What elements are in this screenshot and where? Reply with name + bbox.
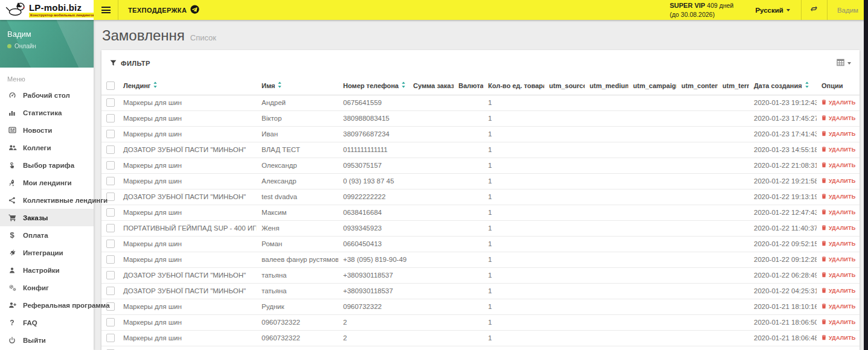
cell-utm_campaign (628, 110, 677, 126)
cell-sum (408, 346, 454, 350)
cell-qty: 1 (483, 142, 544, 158)
row-checkbox[interactable] (106, 224, 115, 232)
cell-options: УДАЛИТЬ (817, 142, 860, 158)
filter-button[interactable]: ФИЛЬТР (110, 60, 150, 68)
cell-landing: Маркеры для шин (118, 330, 257, 346)
cell-qty: 1 (483, 205, 544, 220)
person-plus-icon (7, 301, 17, 310)
cell-utm_source (544, 205, 585, 220)
sidebar-item-statistics[interactable]: Статистика (0, 104, 94, 121)
cell-qty: 1 (483, 173, 544, 189)
delete-label: УДАЛИТЬ (829, 147, 855, 153)
delete-button[interactable]: УДАЛИТЬ (821, 240, 855, 247)
column-header-created[interactable]: Дата создания (749, 77, 817, 95)
table-row: Маркеры для шинАндрей067564155912020-01-… (101, 95, 860, 110)
cell-currency (454, 126, 483, 142)
delete-button[interactable]: УДАЛИТЬ (821, 224, 855, 232)
row-checkbox[interactable] (106, 240, 115, 248)
sidebar-item-collective-landings[interactable]: Коллективные лендинги (0, 191, 94, 209)
cell-name: Роман (257, 236, 338, 252)
cell-utm_source (544, 95, 585, 110)
trash-icon (821, 303, 826, 310)
support-button[interactable]: ТЕХПОДДЕРЖКА (118, 0, 209, 20)
sidebar-item-integrations[interactable]: Интеграции (0, 244, 94, 261)
hamburger-menu-icon[interactable] (94, 0, 118, 20)
delete-button[interactable]: УДАЛИТЬ (821, 130, 855, 138)
delete-button[interactable]: УДАЛИТЬ (821, 193, 855, 200)
row-checkbox[interactable] (106, 255, 115, 264)
sidebar-item-tariff[interactable]: Выбор тарифа (0, 156, 94, 174)
sidebar-item-logout[interactable]: Выйти (0, 331, 94, 349)
sort-icon (401, 81, 406, 89)
cell-phone: +38 (095) 819-90-49 (338, 252, 408, 267)
column-header-phone[interactable]: Номер телефона (338, 77, 408, 95)
cell-utm_term (718, 173, 749, 189)
row-checkbox[interactable] (106, 177, 115, 185)
row-checkbox[interactable] (106, 130, 115, 138)
sidebar-item-settings[interactable]: Настройки (0, 261, 94, 279)
delete-button[interactable]: УДАЛИТЬ (821, 272, 855, 279)
row-checkbox[interactable] (106, 208, 115, 217)
delete-button[interactable]: УДАЛИТЬ (821, 334, 855, 342)
online-status-label: Онлайн (14, 43, 36, 49)
row-checkbox[interactable] (106, 271, 115, 279)
delete-button[interactable]: УДАЛИТЬ (821, 177, 855, 185)
refresh-button[interactable] (802, 0, 827, 20)
cell-qty: 1 (483, 189, 544, 205)
delete-button[interactable]: УДАЛИТЬ (821, 115, 855, 122)
language-selector[interactable]: Русский (744, 0, 800, 20)
select-all-checkbox[interactable] (106, 81, 115, 90)
columns-selector-button[interactable] (837, 58, 851, 69)
trash-icon (821, 115, 826, 122)
delete-button[interactable]: УДАЛИТЬ (821, 162, 855, 169)
row-checkbox[interactable] (106, 287, 115, 295)
sidebar-item-news[interactable]: Новости (0, 121, 94, 139)
rocket-icon (7, 179, 17, 187)
delete-button[interactable]: УДАЛИТЬ (821, 319, 855, 326)
sidebar-item-payment[interactable]: $Оплата (0, 226, 94, 244)
delete-button[interactable]: УДАЛИТЬ (821, 287, 855, 294)
chevron-down-icon (847, 62, 851, 65)
cell-sum (408, 220, 454, 236)
column-header-landing[interactable]: Лендинг (118, 77, 257, 95)
delete-button[interactable]: УДАЛИТЬ (821, 146, 855, 153)
vertical-scrollbar[interactable] (864, 0, 868, 350)
column-header-name[interactable]: Имя (257, 77, 338, 95)
power-icon (7, 336, 17, 345)
cell-currency (454, 267, 483, 283)
delete-button[interactable]: УДАЛИТЬ (821, 256, 855, 263)
row-checkbox[interactable] (106, 145, 115, 154)
cell-options: УДАЛИТЬ (817, 220, 860, 236)
cell-options: УДАЛИТЬ (817, 283, 860, 299)
sidebar-item-orders[interactable]: Заказы (0, 209, 94, 226)
cell-utm_campaign (628, 126, 677, 142)
row-checkbox[interactable] (106, 161, 115, 170)
delete-button[interactable]: УДАЛИТЬ (821, 99, 855, 106)
column-label: Валюта (458, 82, 483, 89)
sidebar-item-colleagues[interactable]: Коллеги (0, 139, 94, 156)
cell-utm_content (677, 330, 718, 346)
sidebar-item-referral[interactable]: Реферальная программа (0, 296, 94, 314)
cell-created: 2020-01-22 12:47:43 (749, 205, 817, 220)
user-menu[interactable]: Вадим (828, 0, 868, 20)
row-checkbox[interactable] (106, 318, 115, 326)
delete-button[interactable]: УДАЛИТЬ (821, 209, 855, 216)
sidebar-item-config[interactable]: Конфиг (0, 279, 94, 296)
sidebar-item-desktop[interactable]: Рабочий стол (0, 86, 94, 104)
row-checkbox[interactable] (106, 114, 115, 122)
row-checkbox-cell (101, 110, 118, 126)
table-row: ДОЗАТОР ЗУБНОЇ ПАСТИ "МИНЬОН"ВЛАД ТЕСТ01… (101, 142, 860, 158)
cell-utm_medium (585, 236, 628, 252)
sidebar-item-label: Коллективные лендинги (23, 197, 108, 204)
delete-label: УДАЛИТЬ (829, 100, 855, 106)
sidebar-item-faq[interactable]: ?FAQ (0, 314, 94, 331)
online-status-dot (7, 44, 11, 48)
cell-qty: 1 (483, 267, 544, 283)
row-checkbox[interactable] (106, 334, 115, 342)
cell-sum (408, 267, 454, 283)
row-checkbox[interactable] (106, 98, 115, 107)
cell-landing: Маркеры для шин (118, 299, 257, 314)
sidebar-item-my-landings[interactable]: Мои лендинги (0, 174, 94, 191)
delete-button[interactable]: УДАЛИТЬ (821, 303, 855, 310)
logo[interactable]: LP-mobi.biz Конструктор мобильных лендин… (0, 0, 94, 20)
